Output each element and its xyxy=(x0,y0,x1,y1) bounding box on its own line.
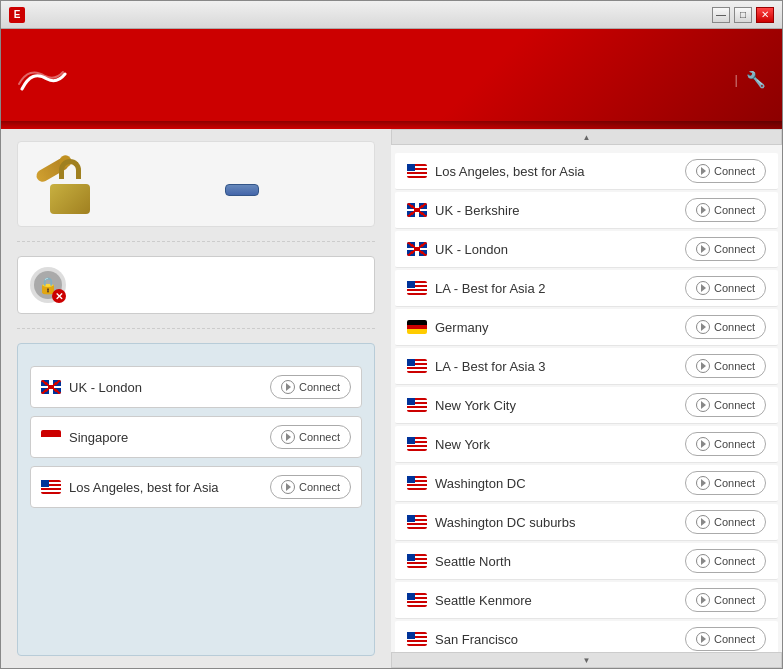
sg-flag-icon xyxy=(41,430,61,444)
server-name: New York xyxy=(435,437,490,452)
wrench-icon[interactable]: 🔧 xyxy=(746,70,766,89)
connect-button[interactable]: Connect xyxy=(685,627,766,651)
connect-label: Connect xyxy=(714,360,755,372)
padlock-shackle-icon xyxy=(59,159,81,179)
connect-arrow-icon xyxy=(701,401,706,409)
minimize-button[interactable]: — xyxy=(712,7,730,23)
connect-arrow-icon xyxy=(286,383,291,391)
connect-button[interactable]: Connect xyxy=(685,198,766,222)
connect-arrow-icon xyxy=(701,284,706,292)
learn-how-button[interactable] xyxy=(225,184,259,196)
location-left: UK - London xyxy=(41,380,142,395)
server-left: LA - Best for Asia 2 xyxy=(407,281,546,296)
connect-circle-icon xyxy=(696,437,710,451)
connect-button[interactable]: Connect xyxy=(685,393,766,417)
recently-used-list: UK - LondonConnectSingaporeConnectLos An… xyxy=(30,366,362,508)
connect-label: Connect xyxy=(714,594,755,606)
connect-button[interactable]: Connect xyxy=(685,237,766,261)
us-flag-icon xyxy=(407,632,427,646)
server-name: LA - Best for Asia 3 xyxy=(435,359,546,374)
server-left: Los Angeles, best for Asia xyxy=(407,164,585,179)
location-left: Los Angeles, best for Asia xyxy=(41,480,219,495)
connect-arrow-icon xyxy=(701,635,706,643)
recently-used-item: Los Angeles, best for AsiaConnect xyxy=(30,466,362,508)
server-name: LA - Best for Asia 2 xyxy=(435,281,546,296)
connect-arrow-icon xyxy=(701,479,706,487)
connect-arrow-icon xyxy=(701,362,706,370)
connect-label: Connect xyxy=(714,321,755,333)
connect-button[interactable]: Connect xyxy=(685,471,766,495)
options-area: | 🔧 xyxy=(727,70,766,89)
connect-button[interactable]: Connect xyxy=(685,432,766,456)
server-list-item[interactable]: GermanyConnect xyxy=(395,309,778,346)
server-list-item[interactable]: Seattle NorthConnect xyxy=(395,543,778,580)
connect-label: Connect xyxy=(714,243,755,255)
connect-button[interactable]: Connect xyxy=(685,510,766,534)
connect-button[interactable]: Connect xyxy=(685,354,766,378)
connect-label: Connect xyxy=(299,431,340,443)
connect-circle-icon xyxy=(696,515,710,529)
connect-button[interactable]: Connect xyxy=(685,588,766,612)
us-flag-icon xyxy=(407,476,427,490)
connect-label: Connect xyxy=(714,204,755,216)
server-list-item[interactable]: Los Angeles, best for AsiaConnect xyxy=(395,153,778,190)
connect-button[interactable]: Connect xyxy=(270,425,351,449)
connect-arrow-icon xyxy=(701,206,706,214)
status-badge: ✕ xyxy=(52,289,66,303)
server-left: Germany xyxy=(407,320,488,335)
connect-circle-icon xyxy=(696,203,710,217)
connect-button[interactable]: Connect xyxy=(685,159,766,183)
connect-label: Connect xyxy=(714,633,755,645)
padlock-body-icon xyxy=(50,184,90,214)
us-flag-icon xyxy=(41,480,61,494)
main-content: 🔒 ✕ UK - LondonConnectSingaporeConnectLo… xyxy=(1,129,782,668)
scrollbar-up[interactable]: ▲ xyxy=(391,129,782,145)
connect-label: Connect xyxy=(714,399,755,411)
location-name: Singapore xyxy=(69,430,128,445)
connect-circle-icon xyxy=(696,398,710,412)
referral-banner xyxy=(17,141,375,227)
connect-button[interactable]: Connect xyxy=(685,315,766,339)
de-flag-icon xyxy=(407,320,427,334)
connect-arrow-icon xyxy=(701,440,706,448)
server-left: New York xyxy=(407,437,490,452)
server-list-item[interactable]: LA - Best for Asia 2Connect xyxy=(395,270,778,307)
connect-arrow-icon xyxy=(286,483,291,491)
server-list-item[interactable]: Washington DCConnect xyxy=(395,465,778,502)
server-left: LA - Best for Asia 3 xyxy=(407,359,546,374)
connect-circle-icon xyxy=(696,476,710,490)
server-list-item[interactable]: UK - LondonConnect xyxy=(395,231,778,268)
left-panel: 🔒 ✕ UK - LondonConnectSingaporeConnectLo… xyxy=(1,129,391,668)
connect-button[interactable]: Connect xyxy=(685,276,766,300)
connect-arrow-icon xyxy=(701,323,706,331)
server-list-item[interactable]: Washington DC suburbsConnect xyxy=(395,504,778,541)
server-list-item[interactable]: New York CityConnect xyxy=(395,387,778,424)
connect-circle-icon xyxy=(696,164,710,178)
connect-button[interactable]: Connect xyxy=(270,475,351,499)
server-list-item[interactable]: UK - BerkshireConnect xyxy=(395,192,778,229)
connect-arrow-icon xyxy=(701,557,706,565)
server-list-item[interactable]: New YorkConnect xyxy=(395,426,778,463)
scrollbar-down[interactable]: ▼ xyxy=(391,652,782,668)
connect-label: Connect xyxy=(714,477,755,489)
uk-flag-icon xyxy=(407,242,427,256)
connect-circle-icon xyxy=(696,554,710,568)
connect-label: Connect xyxy=(299,381,340,393)
connect-label: Connect xyxy=(299,481,340,493)
close-button[interactable]: ✕ xyxy=(756,7,774,23)
us-flag-icon xyxy=(407,398,427,412)
server-name: Washington DC suburbs xyxy=(435,515,575,530)
server-list-item[interactable]: Seattle KenmoreConnect xyxy=(395,582,778,619)
server-list-container[interactable]: Los Angeles, best for AsiaConnectUK - Be… xyxy=(391,145,782,652)
maximize-button[interactable]: □ xyxy=(734,7,752,23)
server-list: Los Angeles, best for AsiaConnectUK - Be… xyxy=(391,153,782,652)
us-flag-icon xyxy=(407,281,427,295)
connect-button[interactable]: Connect xyxy=(270,375,351,399)
title-bar: E — □ ✕ xyxy=(1,1,782,29)
connect-circle-icon xyxy=(281,430,295,444)
status-bar: 🔒 ✕ xyxy=(17,256,375,314)
server-list-item[interactable]: LA - Best for Asia 3Connect xyxy=(395,348,778,385)
connect-button[interactable]: Connect xyxy=(685,549,766,573)
server-list-item[interactable]: San FranciscoConnect xyxy=(395,621,778,652)
connect-circle-icon xyxy=(281,480,295,494)
